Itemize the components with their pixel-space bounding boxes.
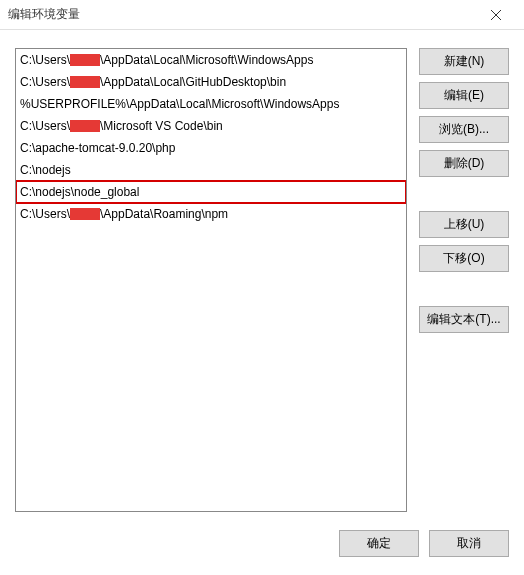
dialog-content: C:\Users\\AppData\Local\Microsoft\Window…	[0, 30, 524, 520]
list-item[interactable]: C:\Users\\AppData\Roaming\npm	[16, 203, 406, 225]
cancel-button[interactable]: 取消	[429, 530, 509, 557]
list-item-text: C:\nodejs	[20, 163, 71, 177]
side-button-panel: 新建(N) 编辑(E) 浏览(B)... 删除(D) 上移(U) 下移(O) 编…	[419, 48, 509, 512]
list-item[interactable]: C:\apache-tomcat-9.0.20\php	[16, 137, 406, 159]
redacted-block	[70, 208, 100, 220]
list-item-text: %USERPROFILE%\AppData\Local\Microsoft\Wi…	[20, 97, 339, 111]
spacer	[419, 279, 509, 299]
list-item-text: \AppData\Local\GitHubDesktop\bin	[100, 75, 286, 89]
move-down-button[interactable]: 下移(O)	[419, 245, 509, 272]
ok-button[interactable]: 确定	[339, 530, 419, 557]
delete-button[interactable]: 删除(D)	[419, 150, 509, 177]
path-listbox[interactable]: C:\Users\\AppData\Local\Microsoft\Window…	[15, 48, 407, 512]
list-item-text: \Microsoft VS Code\bin	[100, 119, 223, 133]
redacted-block	[70, 76, 100, 88]
edit-button[interactable]: 编辑(E)	[419, 82, 509, 109]
list-item-text: C:\Users\	[20, 53, 70, 67]
redacted-block	[70, 54, 100, 66]
list-item[interactable]: %USERPROFILE%\AppData\Local\Microsoft\Wi…	[16, 93, 406, 115]
list-item-text: C:\nodejs\node_global	[20, 185, 139, 199]
close-icon	[491, 10, 501, 20]
list-item-text: \AppData\Roaming\npm	[100, 207, 228, 221]
list-item[interactable]: C:\Users\\AppData\Local\Microsoft\Window…	[16, 49, 406, 71]
list-item[interactable]: C:\nodejs	[16, 159, 406, 181]
spacer	[419, 184, 509, 204]
list-item-text: C:\Users\	[20, 207, 70, 221]
list-item[interactable]: C:\nodejs\node_global	[16, 181, 406, 203]
list-item-text: \AppData\Local\Microsoft\WindowsApps	[100, 53, 313, 67]
close-button[interactable]	[476, 1, 516, 29]
list-item-text: C:\apache-tomcat-9.0.20\php	[20, 141, 175, 155]
dialog-footer: 确定 取消	[0, 520, 524, 567]
titlebar: 编辑环境变量	[0, 0, 524, 30]
browse-button[interactable]: 浏览(B)...	[419, 116, 509, 143]
list-item[interactable]: C:\Users\\AppData\Local\GitHubDesktop\bi…	[16, 71, 406, 93]
list-item-text: C:\Users\	[20, 75, 70, 89]
window-title: 编辑环境变量	[8, 6, 476, 23]
list-item-text: C:\Users\	[20, 119, 70, 133]
new-button[interactable]: 新建(N)	[419, 48, 509, 75]
move-up-button[interactable]: 上移(U)	[419, 211, 509, 238]
redacted-block	[70, 120, 100, 132]
list-item[interactable]: C:\Users\\Microsoft VS Code\bin	[16, 115, 406, 137]
edit-text-button[interactable]: 编辑文本(T)...	[419, 306, 509, 333]
